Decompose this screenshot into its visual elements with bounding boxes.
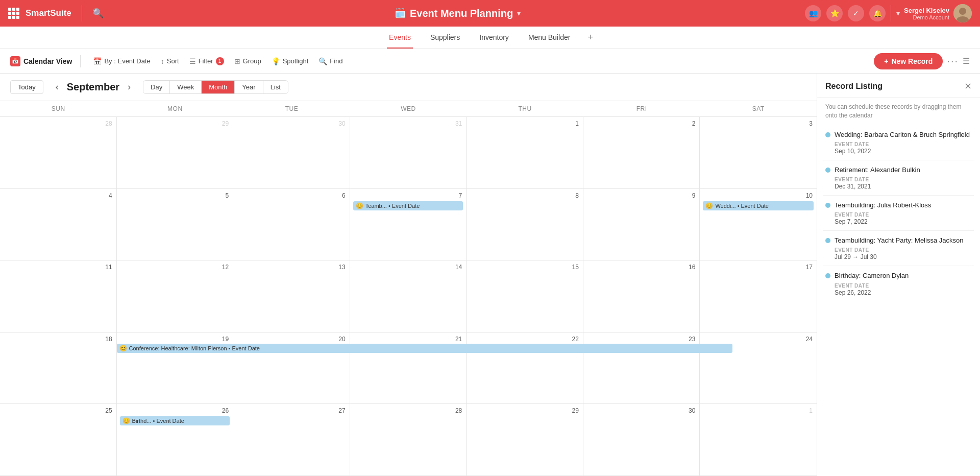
apps-icon[interactable] [8, 8, 19, 19]
prev-month-button[interactable]: ‹ [52, 80, 63, 94]
main-content: Today ‹ September › Day Week Month Year … [0, 74, 980, 476]
cell-date: 1 [470, 119, 580, 128]
day-header-wed: WED [350, 101, 467, 116]
view-year-button[interactable]: Year [235, 81, 263, 93]
cal-cell[interactable]: 13 [233, 260, 350, 332]
record-dot [825, 238, 830, 243]
cal-cell-sep26[interactable]: 26 😊 Birthd... • Event Date [117, 404, 234, 475]
cal-cell[interactable]: 29 [117, 117, 234, 188]
add-tab-button[interactable]: + [587, 32, 593, 43]
calendar-section: Today ‹ September › Day Week Month Year … [0, 74, 817, 476]
view-day-button[interactable]: Day [143, 81, 170, 93]
filter-button[interactable]: ☰ Filter 1 [185, 55, 228, 67]
event-chip[interactable]: 😊 Weddi... • Event Date [703, 201, 814, 210]
user-info[interactable]: ▾ Sergei Kiselev Demo Account [896, 4, 972, 22]
cal-cell[interactable]: 27 [233, 404, 350, 475]
find-button[interactable]: 🔍 Find [314, 55, 347, 67]
sort-button[interactable]: ↕ Sort [157, 55, 183, 67]
cal-cell[interactable]: 4 [0, 189, 117, 260]
cal-cell[interactable]: 9 [583, 189, 700, 260]
spotlight-button[interactable]: 💡 Spotlight [267, 55, 313, 67]
event-chip[interactable]: 😊 Birthd... • Event Date [120, 416, 230, 425]
cal-cell[interactable]: 31 [350, 117, 467, 188]
tab-suppliers[interactable]: Suppliers [428, 27, 462, 49]
list-item[interactable]: Birthday: Cameron Dylan EVENT DATE Sep 2… [823, 266, 974, 301]
cal-cell[interactable]: 24 [700, 332, 817, 404]
cal-cell[interactable]: 29 [467, 404, 583, 475]
cal-cell[interactable]: 30 [233, 117, 350, 188]
toolbar-left: 📅 Calendar View 📅 By : Event Date ↕ Sort… [10, 55, 874, 67]
cal-cell[interactable]: 18 [0, 332, 117, 404]
toolbar-sep-1 [80, 55, 81, 67]
event-chip[interactable]: 😊 Teamb... • Event Date [353, 201, 463, 210]
day-header-thu: THU [467, 101, 583, 116]
cal-cell[interactable]: 12 [117, 260, 234, 332]
record-date: Dec 31, 2021 [835, 183, 972, 190]
cal-cell[interactable]: 23 [583, 332, 700, 404]
tab-inventory[interactable]: Inventory [477, 27, 511, 49]
cal-cell[interactable]: 11 [0, 260, 117, 332]
cal-cell[interactable]: 21 [350, 332, 467, 404]
nav-divider-2 [891, 5, 891, 21]
cell-date: 25 [3, 406, 113, 415]
cal-cell[interactable]: 30 [583, 404, 700, 475]
event-chip-conference[interactable]: 😊 Conference: Healthcare: Milton Pierson… [117, 344, 732, 353]
day-header-sat: SAT [700, 101, 817, 116]
search-icon[interactable]: 🔍 [92, 8, 104, 19]
spotlight-label: Spotlight [283, 57, 309, 65]
cal-cell[interactable]: 1 [700, 404, 817, 475]
tab-menu-builder[interactable]: Menu Builder [526, 27, 573, 49]
cal-cell[interactable]: 20 [233, 332, 350, 404]
bell-icon[interactable]: 🔔 [869, 5, 886, 21]
cal-cell[interactable]: 14 [350, 260, 467, 332]
day-header-tue: TUE [233, 101, 350, 116]
cal-cell[interactable]: 22 [467, 332, 583, 404]
cal-cell-sep7[interactable]: 7 😊 Teamb... • Event Date [350, 189, 467, 260]
view-list-button[interactable]: List [263, 81, 288, 93]
cal-cell[interactable]: 17 [700, 260, 817, 332]
group-button[interactable]: ⊞ Group [230, 55, 265, 67]
cal-cell-sep10[interactable]: 10 😊 Weddi... • Event Date [700, 189, 817, 260]
by-event-date-button[interactable]: 📅 By : Event Date [89, 55, 154, 67]
cell-date: 28 [353, 406, 463, 415]
list-item[interactable]: Wedding: Barbara Carlton & Bruch Springf… [823, 125, 974, 160]
cell-date: 28 [3, 119, 113, 128]
cal-cell[interactable]: 3 [700, 117, 817, 188]
record-content: Birthday: Cameron Dylan EVENT DATE Sep 2… [835, 271, 972, 296]
today-button[interactable]: Today [10, 80, 43, 94]
cal-cell[interactable]: 6 [233, 189, 350, 260]
cal-cell[interactable]: 28 [350, 404, 467, 475]
view-week-button[interactable]: Week [170, 81, 202, 93]
cal-cell-sep19[interactable]: 19 😊 Conference: Healthcare: Milton Pier… [117, 332, 234, 404]
nav-title-caret[interactable]: ▾ [517, 9, 521, 17]
new-record-button[interactable]: + New Record [874, 53, 943, 69]
cal-cell[interactable]: 16 [583, 260, 700, 332]
cal-cell[interactable]: 25 [0, 404, 117, 475]
cal-cell[interactable]: 5 [117, 189, 234, 260]
people-icon[interactable]: 👥 [805, 5, 821, 21]
close-panel-button[interactable]: ✕ [964, 81, 972, 92]
view-month-button[interactable]: Month [202, 81, 235, 93]
nav-title-area: 🗓️ Event Menu Planning ▾ [110, 8, 805, 19]
cal-cell[interactable]: 1 [467, 117, 583, 188]
cal-cell[interactable]: 28 [0, 117, 117, 188]
event-emoji-icon: 😊 [356, 202, 363, 209]
record-date-label: EVENT DATE [835, 177, 972, 182]
list-item[interactable]: Retirement: Alexander Bulkin EVENT DATE … [823, 160, 974, 196]
list-item[interactable]: Teambuilding: Julia Robert-Kloss EVENT D… [823, 196, 974, 231]
cal-cell[interactable]: 2 [583, 117, 700, 188]
cell-date: 8 [470, 191, 580, 200]
cal-cell[interactable]: 15 [467, 260, 583, 332]
more-options-button[interactable]: ··· [947, 55, 959, 67]
tab-events[interactable]: Events [387, 27, 413, 49]
check-icon[interactable]: ✓ [848, 5, 864, 21]
next-month-button[interactable]: › [124, 80, 135, 94]
sub-nav: Events Suppliers Inventory Menu Builder … [0, 27, 980, 49]
cal-cell[interactable]: 8 [467, 189, 583, 260]
list-view-icon[interactable]: ☰ [963, 56, 970, 66]
record-listing-panel: Record Listing ✕ You can schedule these … [817, 74, 980, 476]
nav-title: Event Menu Planning [410, 8, 513, 19]
record-date: Jul 29 → Jul 30 [835, 253, 972, 260]
list-item[interactable]: Teambuilding: Yacht Party: Melissa Jacks… [823, 231, 974, 266]
star-icon[interactable]: ⭐ [826, 5, 843, 21]
